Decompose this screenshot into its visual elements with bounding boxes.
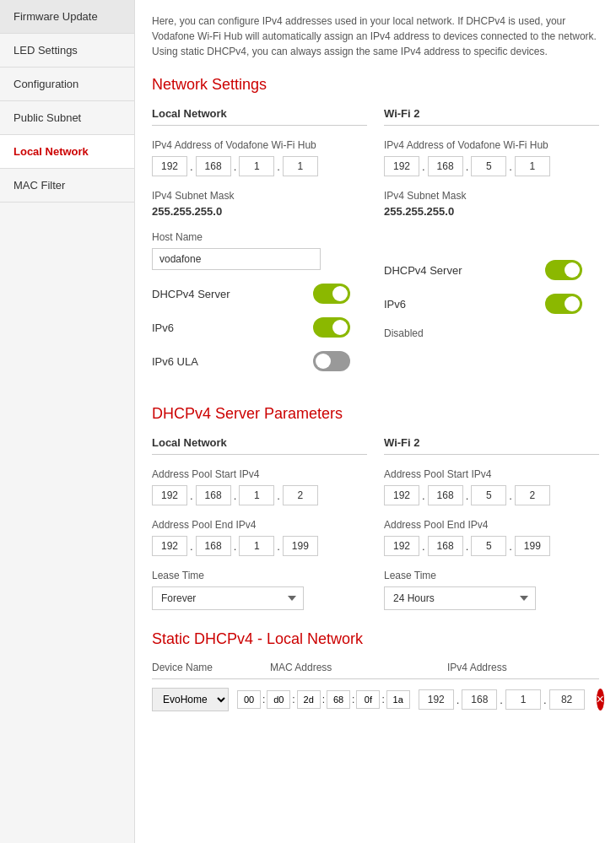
static-ipv4-oct1[interactable] [419, 689, 454, 710]
dhcpv4-title: DHCPv4 Server Parameters [152, 405, 599, 423]
sidebar-item-local-network[interactable]: Local Network [0, 135, 134, 169]
local-network-col-title: Local Network [152, 107, 367, 126]
wifi2-pool-start-label: Address Pool Start IPv4 [384, 468, 599, 480]
ipv6-ula-toggle-row: IPv6 ULA [152, 351, 367, 371]
pool-end-oct2[interactable] [196, 536, 231, 556]
wifi2-pool-end-oct3[interactable] [471, 536, 506, 556]
wifi2-disabled-text: Disabled [384, 327, 424, 339]
wifi2-dhcpv4-label: DHCPv4 Server [384, 264, 462, 277]
ip-sep-1: . [189, 160, 194, 173]
wifi2-ipv4-label: IPv4 Address of Vodafone Wi-Fi Hub [384, 139, 599, 151]
static-ipv4-oct2[interactable] [462, 689, 497, 710]
main-content: Here, you can configure IPv4 addresses u… [135, 0, 616, 843]
static-ipv4-field: . . . [419, 689, 585, 710]
local-ipv4-oct3[interactable] [239, 156, 274, 176]
static-dhcp-row: EvoHome : : : : : . . . [152, 688, 599, 711]
wifi2-ipv4-oct1[interactable] [384, 156, 419, 176]
static-dhcp-title: Static DHCPv4 - Local Network [152, 630, 599, 648]
wifi2-pool-start-oct3[interactable] [471, 485, 506, 505]
local-ipv4-oct4[interactable] [283, 156, 318, 176]
network-settings-columns: Local Network IPv4 Address of Vodafone W… [152, 107, 599, 385]
mac-oct6[interactable] [386, 690, 410, 709]
wifi2-col: Wi-Fi 2 IPv4 Address of Vodafone Wi-Fi H… [384, 107, 599, 385]
wifi2-ipv4-oct2[interactable] [428, 156, 463, 176]
wifi2-col-title: Wi-Fi 2 [384, 107, 599, 126]
pool-start-field: . . . [152, 485, 367, 505]
wifi2-subnet-value: 255.255.255.0 [384, 205, 599, 218]
wifi2-lease-select[interactable]: Forever 24 Hours 12 Hours 8 Hours [384, 586, 536, 610]
wifi2-pool-start-field: . . . [384, 485, 599, 505]
sidebar-item-firmware-update[interactable]: Firmware Update [0, 0, 134, 34]
local-ipv4-oct2[interactable] [196, 156, 231, 176]
dhcpv4-local-col: Local Network Address Pool Start IPv4 . … [152, 436, 367, 610]
pool-start-oct4[interactable] [283, 485, 318, 505]
th-ipv4: IPv4 Address [447, 662, 599, 673]
wifi2-dhcpv4-toggle[interactable] [545, 260, 582, 280]
lease-select[interactable]: Forever 24 Hours 12 Hours 8 Hours [152, 586, 304, 610]
sidebar: Firmware Update LED Settings Configurati… [0, 0, 135, 843]
wifi2-subnet-label: IPv4 Subnet Mask [384, 190, 599, 202]
mac-oct4[interactable] [327, 690, 350, 709]
intro-text: Here, you can configure IPv4 addresses u… [152, 14, 599, 59]
pool-start-oct1[interactable] [152, 485, 187, 505]
sidebar-item-configuration[interactable]: Configuration [0, 68, 134, 101]
pool-start-label: Address Pool Start IPv4 [152, 468, 367, 480]
wifi2-pool-end-oct2[interactable] [428, 536, 463, 556]
ipv6-ula-label: IPv6 ULA [152, 355, 198, 368]
ipv6-ula-toggle[interactable] [313, 351, 350, 371]
wifi2-dhcpv4-toggle-row: DHCPv4 Server [384, 260, 599, 280]
wifi2-pool-start-oct2[interactable] [428, 485, 463, 505]
local-network-col: Local Network IPv4 Address of Vodafone W… [152, 107, 367, 385]
wifi2-ipv6-toggle[interactable] [545, 294, 582, 314]
pool-end-oct3[interactable] [239, 536, 274, 556]
sidebar-item-public-subnet[interactable]: Public Subnet [0, 101, 134, 135]
pool-start-oct2[interactable] [196, 485, 231, 505]
wifi2-ipv6-label: IPv6 [384, 298, 406, 311]
mac-oct3[interactable] [297, 690, 321, 709]
wifi2-pool-start-oct1[interactable] [384, 485, 419, 505]
wifi2-pool-end-label: Address Pool End IPv4 [384, 519, 599, 531]
wifi2-disabled-row: Disabled [384, 327, 599, 339]
wifi2-pool-start-oct4[interactable] [515, 485, 550, 505]
delete-row-button[interactable] [597, 689, 604, 711]
local-subnet-label: IPv4 Subnet Mask [152, 190, 367, 202]
hostname-label: Host Name [152, 231, 367, 243]
static-ipv4-oct3[interactable] [505, 689, 541, 710]
pool-end-oct4[interactable] [283, 536, 318, 556]
dhcpv4-columns: Local Network Address Pool Start IPv4 . … [152, 436, 599, 610]
mac-oct1[interactable] [237, 690, 261, 709]
sidebar-item-led-settings[interactable]: LED Settings [0, 34, 134, 68]
local-ipv4-label: IPv4 Address of Vodafone Wi-Fi Hub [152, 139, 367, 151]
wifi2-ipv4-oct4[interactable] [515, 156, 550, 176]
pool-start-oct3[interactable] [239, 485, 274, 505]
device-select[interactable]: EvoHome [152, 688, 229, 711]
local-subnet-value: 255.255.255.0 [152, 205, 367, 218]
dhcpv4-label: DHCPv4 Server [152, 288, 230, 300]
dhcpv4-toggle[interactable] [313, 284, 350, 304]
wifi2-ipv4-field: . . . [384, 156, 599, 176]
wifi2-ipv6-toggle-row: IPv6 [384, 294, 599, 314]
network-settings-title: Network Settings [152, 76, 599, 94]
mac-oct2[interactable] [267, 690, 290, 709]
local-ipv4-oct1[interactable] [152, 156, 187, 176]
dhcpv4-wifi2-col: Wi-Fi 2 Address Pool Start IPv4 . . . Ad… [384, 436, 599, 610]
pool-end-label: Address Pool End IPv4 [152, 519, 367, 531]
static-table-header: Device Name MAC Address IPv4 Address [152, 662, 599, 679]
static-ipv4-oct4[interactable] [549, 689, 585, 710]
pool-end-field: . . . [152, 536, 367, 556]
ipv6-toggle[interactable] [313, 317, 350, 338]
pool-end-oct1[interactable] [152, 536, 187, 556]
mac-oct5[interactable] [356, 690, 380, 709]
wifi2-pool-end-oct1[interactable] [384, 536, 419, 556]
wifi2-pool-end-field: . . . [384, 536, 599, 556]
ip-sep-2: . [233, 160, 238, 173]
th-mac: MAC Address [270, 662, 439, 673]
hostname-input[interactable] [152, 248, 321, 270]
sidebar-item-mac-filter[interactable]: MAC Filter [0, 169, 134, 203]
mac-address-field: : : : : : [237, 690, 410, 709]
wifi2-pool-end-oct4[interactable] [515, 536, 550, 556]
wifi2-lease-label: Lease Time [384, 570, 599, 581]
static-dhcp-section: Static DHCPv4 - Local Network Device Nam… [152, 630, 599, 711]
dhcpv4-wifi2-title: Wi-Fi 2 [384, 436, 599, 455]
wifi2-ipv4-oct3[interactable] [471, 156, 506, 176]
